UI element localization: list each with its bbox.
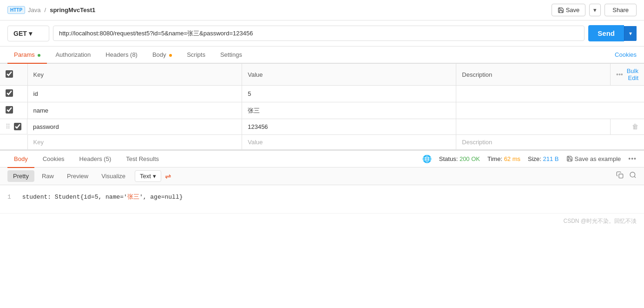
body-dot	[169, 54, 172, 57]
format-tab-pretty[interactable]: Pretty	[7, 170, 34, 182]
empty-row: Key Value Description	[0, 134, 644, 149]
row1-checkbox-cell	[0, 86, 27, 102]
row2-key[interactable]: name	[27, 102, 242, 119]
col-description-header: Description	[456, 64, 611, 86]
tab-headers[interactable]: Headers (8)	[99, 47, 144, 64]
empty-checkbox-cell	[0, 134, 27, 149]
send-dropdown-button[interactable]: ▾	[624, 26, 637, 41]
row2-description[interactable]	[456, 102, 644, 119]
breadcrumb-sep: /	[45, 7, 46, 13]
save-example-icon	[566, 155, 573, 162]
row3-value[interactable]: 123456	[242, 119, 456, 135]
table-row: name 张三	[0, 102, 644, 119]
row3-delete-cell: 🗑	[610, 119, 644, 135]
http-badge: HTTP	[7, 6, 25, 14]
svg-line-2	[634, 176, 636, 178]
size-label: Size: 211 B	[528, 155, 559, 162]
url-input[interactable]	[53, 26, 585, 41]
row1-checkbox[interactable]	[6, 89, 13, 97]
request-tabs: Params Authorization Headers (8) Body Sc…	[0, 47, 644, 64]
send-button-group: Send ▾	[588, 25, 637, 41]
row2-checkbox[interactable]	[6, 106, 13, 114]
table-row: ⠿ password 123456 🗑	[0, 119, 644, 135]
row1-key[interactable]: id	[27, 86, 242, 102]
svg-rect-0	[619, 174, 623, 178]
search-icon[interactable]	[629, 171, 637, 181]
top-bar-actions: Save ▾ Share	[552, 4, 637, 16]
tab-scripts[interactable]: Scripts	[180, 47, 212, 64]
params-table: Key Value Description ••• Bulk Edit id 5	[0, 64, 644, 150]
tab-settings[interactable]: Settings	[214, 47, 249, 64]
format-tab-preview[interactable]: Preview	[61, 170, 94, 182]
globe-icon: 🌐	[422, 154, 432, 163]
tab-authorization[interactable]: Authorization	[49, 47, 97, 64]
svg-point-1	[630, 172, 635, 177]
format-type-chevron: ▾	[153, 173, 156, 180]
save-button[interactable]: Save	[552, 4, 586, 16]
empty-value[interactable]: Value	[242, 134, 456, 149]
top-bar: HTTP Java / springMvcTest1 Save ▾ Share	[0, 0, 644, 20]
wrap-icon[interactable]: ⇌	[165, 172, 171, 181]
drag-handle[interactable]: ⠿	[6, 123, 10, 130]
col-value-header: Value	[242, 64, 456, 86]
share-button[interactable]: Share	[605, 4, 637, 16]
breadcrumb-area: HTTP Java / springMvcTest1	[7, 6, 95, 14]
breadcrumb-java: Java	[28, 7, 40, 13]
status-value: 200 OK	[460, 155, 480, 162]
line-number: 1	[7, 194, 11, 201]
delete-row3-icon[interactable]: 🗑	[632, 123, 638, 130]
save-dropdown-button[interactable]: ▾	[589, 4, 601, 16]
bulk-edit-label[interactable]: Bulk Edit	[627, 67, 638, 81]
row3-key[interactable]: password	[27, 119, 242, 135]
resp-tab-body[interactable]: Body	[7, 151, 34, 168]
method-chevron: ▾	[29, 30, 32, 37]
response-header: Body Cookies Headers (5) Test Results 🌐 …	[0, 151, 644, 167]
tab-params[interactable]: Params	[7, 47, 47, 64]
row3-description[interactable]	[456, 119, 611, 135]
resp-headers-badge: (5)	[104, 155, 111, 162]
method-select[interactable]: GET ▾	[7, 26, 49, 41]
resp-status-area: 🌐 Status: 200 OK Time: 62 ms Size: 211 B…	[422, 151, 637, 167]
row3-checkbox[interactable]	[14, 123, 21, 130]
size-value: 211 B	[543, 155, 559, 162]
save-example-button[interactable]: Save as example	[566, 155, 621, 162]
params-section: Key Value Description ••• Bulk Edit id 5	[0, 64, 644, 151]
response-more-icon[interactable]: •••	[628, 155, 637, 162]
method-label: GET	[13, 30, 27, 37]
more-icon[interactable]: •••	[616, 71, 623, 78]
select-all-checkbox[interactable]	[6, 70, 13, 78]
format-bar: Pretty Raw Preview Visualize Text ▾ ⇌	[0, 167, 644, 185]
empty-key[interactable]: Key	[27, 134, 242, 149]
table-row: id 5	[0, 86, 644, 102]
row2-checkbox-cell	[0, 102, 27, 119]
row1-value[interactable]: 5	[242, 86, 456, 102]
resp-tab-test-results[interactable]: Test Results	[119, 151, 165, 168]
col-bulk-edit-header: ••• Bulk Edit	[610, 64, 644, 86]
time-label: Time: 62 ms	[487, 155, 520, 162]
footer-watermark: CSDN @时光不染。回忆不淡	[0, 213, 644, 229]
copy-icon[interactable]	[616, 171, 624, 181]
tab-body[interactable]: Body	[146, 47, 178, 64]
resp-tab-cookies[interactable]: Cookies	[36, 151, 71, 168]
format-right-actions	[616, 171, 637, 181]
url-bar: GET ▾ Send ▾	[0, 20, 644, 47]
cookies-link[interactable]: Cookies	[615, 51, 637, 58]
params-dot	[38, 54, 40, 57]
resp-tab-headers[interactable]: Headers (5)	[73, 151, 118, 168]
row3-drag-checkbox-cell: ⠿	[0, 119, 27, 134]
format-tab-raw[interactable]: Raw	[36, 170, 59, 182]
breadcrumb-name: springMvcTest1	[50, 7, 95, 13]
empty-description[interactable]: Description	[456, 134, 644, 149]
col-checkbox	[0, 64, 27, 86]
response-body-text: student: Student{id=5, name='张三', age=nu…	[22, 194, 183, 201]
format-type-select[interactable]: Text ▾	[135, 170, 161, 182]
row1-description[interactable]	[456, 86, 644, 102]
send-button[interactable]: Send	[588, 25, 624, 41]
response-content: 1 student: Student{id=5, name='张三', age=…	[0, 185, 644, 213]
row2-value[interactable]: 张三	[242, 102, 456, 119]
time-value: 62 ms	[504, 155, 520, 162]
col-key-header: Key	[27, 64, 242, 86]
headers-badge: (8)	[130, 51, 138, 58]
format-tab-visualize[interactable]: Visualize	[96, 170, 131, 182]
format-type-label: Text	[140, 173, 151, 180]
